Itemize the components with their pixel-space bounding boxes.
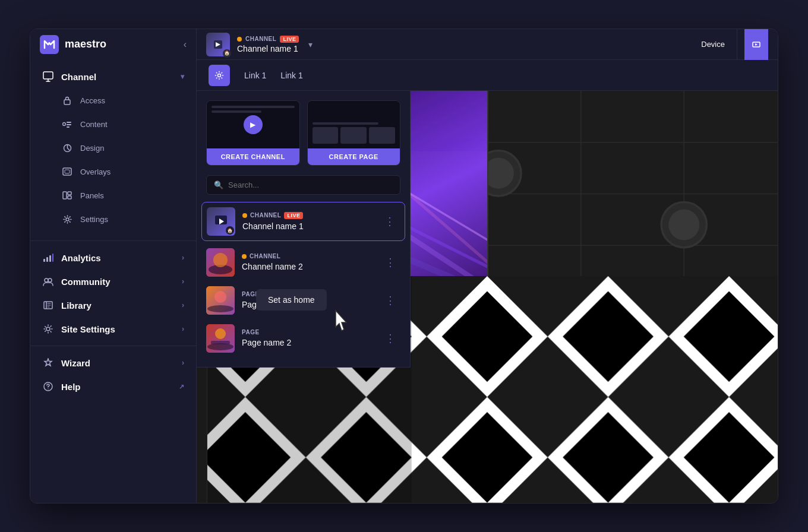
create-channel-card[interactable]: ▶ CREATE CHANNEL	[206, 100, 300, 166]
sidebar-item-community[interactable]: Community ›	[30, 270, 196, 293]
preview-line-1	[212, 106, 295, 108]
sidebar-divider-1	[30, 240, 196, 241]
channel-chevron: ▾	[181, 72, 184, 81]
channel-list-item-pg2[interactable]: PAGE Page name 2 ⋮	[197, 319, 410, 357]
divider-bar	[487, 91, 488, 297]
ch1-home-icon: 🏠	[226, 226, 234, 235]
design-icon	[61, 142, 73, 154]
library-label: Library	[61, 300, 91, 311]
svg-point-21	[46, 327, 50, 331]
svg-point-30	[214, 291, 226, 303]
pg2-thumbnail	[206, 324, 235, 353]
create-buttons-area: ▶ CREATE CHANNEL	[197, 91, 410, 175]
channel-list: 🏠 CHANNEL LIVE Channel name 1 ⋮	[197, 202, 410, 367]
ch2-dot	[242, 254, 247, 259]
sidebar-item-site-settings[interactable]: Site Settings ›	[30, 317, 196, 341]
ch1-live: LIVE	[284, 212, 303, 219]
svg-rect-3	[64, 100, 70, 104]
panels-icon	[61, 189, 73, 201]
create-page-preview	[308, 101, 400, 148]
ch2-more-button[interactable]: ⋮	[380, 254, 400, 271]
sidebar-item-library[interactable]: Library ›	[30, 293, 196, 317]
ch2-type: CHANNEL	[250, 253, 280, 259]
sidebar-item-content[interactable]: Content	[30, 112, 196, 136]
nav-link-1[interactable]: Link 1	[244, 71, 266, 80]
preview-settings-button[interactable]	[209, 65, 230, 86]
purple-action-button[interactable]	[744, 29, 768, 60]
ch1-more-button[interactable]: ⋮	[380, 213, 400, 230]
svg-rect-16	[46, 257, 48, 262]
help-label: Help	[61, 382, 81, 392]
device-button[interactable]: Device	[689, 29, 737, 60]
channel-badges: CHANNEL LIVE	[237, 36, 299, 43]
svg-rect-6	[67, 124, 71, 125]
collapse-button[interactable]: ‹	[184, 39, 187, 50]
svg-rect-9	[63, 168, 71, 175]
sidebar-item-panels[interactable]: Panels	[30, 183, 196, 207]
channel-header: 🏠 CHANNEL LIVE Channel name 1 ▾ Device	[197, 29, 778, 60]
nav-link-2[interactable]: Link 1	[280, 71, 302, 80]
svg-rect-34	[211, 341, 230, 344]
sidebar-item-help[interactable]: Help ↗	[30, 375, 196, 398]
panels-label: Panels	[80, 191, 104, 200]
ch1-thumbnail: 🏠	[207, 207, 235, 236]
site-settings-icon	[42, 323, 54, 335]
pg2-name: Page name 2	[242, 338, 291, 347]
sidebar-header: maestro ‹	[30, 29, 197, 60]
app-name: maestro	[65, 38, 106, 50]
pg2-type: PAGE	[242, 329, 260, 335]
content-icon	[61, 118, 73, 130]
site-settings-chevron: ›	[182, 325, 184, 333]
sidebar-item-overlays[interactable]: Overlays	[30, 160, 196, 183]
help-icon	[42, 381, 54, 392]
pg2-badges: PAGE	[242, 329, 373, 335]
channel-list-item-ch2[interactable]: CHANNEL Channel name 2 ⋮	[197, 243, 410, 281]
live-badge: LIVE	[280, 36, 299, 43]
pg2-more-button[interactable]: ⋮	[380, 330, 400, 347]
sidebar-item-wizard[interactable]: Wizard ›	[30, 351, 196, 375]
create-page-card[interactable]: CREATE PAGE	[307, 100, 401, 166]
ch2-badges: CHANNEL	[242, 253, 373, 259]
svg-rect-17	[49, 255, 51, 262]
sidebar-item-settings[interactable]: Settings	[30, 207, 196, 231]
sidebar-item-analytics[interactable]: Analytics ›	[30, 246, 196, 270]
channel-search-bar[interactable]: 🔍	[206, 175, 400, 195]
channel-info: CHANNEL LIVE Channel name 1	[237, 36, 299, 53]
community-chevron: ›	[182, 277, 184, 286]
pg1-more-button[interactable]: ⋮	[380, 292, 400, 309]
channel-list-item-ch1[interactable]: 🏠 CHANNEL LIVE Channel name 1 ⋮	[201, 202, 405, 241]
live-dot	[237, 37, 242, 42]
channel-dropdown-chevron[interactable]: ▾	[308, 40, 313, 49]
access-label: Access	[80, 96, 105, 105]
svg-rect-12	[68, 192, 71, 195]
set-as-home-button[interactable]: Set as home	[256, 289, 327, 311]
ch2-name: Channel name 2	[242, 262, 303, 271]
channel-label: Channel	[61, 72, 96, 82]
help-external-icon: ↗	[179, 383, 184, 391]
preview-play-button: ▶	[244, 115, 263, 134]
ch1-info: CHANNEL LIVE Channel name 1	[242, 212, 373, 232]
svg-point-23	[48, 388, 48, 389]
community-icon	[42, 276, 54, 287]
create-channel-button[interactable]: CREATE CHANNEL	[207, 148, 299, 165]
svg-rect-5	[67, 122, 71, 123]
svg-rect-7	[67, 126, 70, 128]
search-input[interactable]	[228, 180, 393, 189]
ch1-dot	[242, 213, 247, 218]
channel-thumbnail: 🏠	[206, 33, 230, 56]
svg-point-19	[45, 278, 48, 282]
pg2-info: PAGE Page name 2	[242, 329, 373, 348]
design-label: Design	[80, 144, 104, 153]
svg-rect-13	[68, 196, 71, 199]
search-icon: 🔍	[214, 180, 223, 189]
sidebar-item-channel[interactable]: Channel ▾	[30, 65, 196, 88]
svg-rect-10	[65, 170, 70, 173]
sidebar-item-design[interactable]: Design	[30, 136, 196, 160]
logo-icon	[40, 35, 59, 54]
sidebar-item-access[interactable]: Access	[30, 88, 196, 112]
analytics-icon	[42, 252, 54, 264]
svg-point-27	[213, 253, 228, 267]
channel-section: Channel ▾ Access	[30, 60, 196, 236]
ch2-thumbnail	[206, 248, 235, 277]
create-page-button[interactable]: CREATE PAGE	[308, 148, 400, 165]
